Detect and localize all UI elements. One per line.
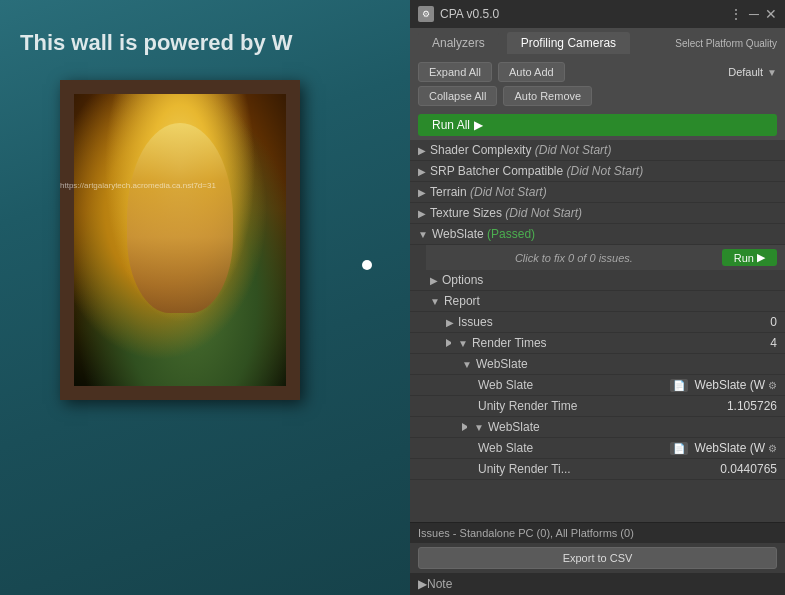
play-icon: ▶ xyxy=(474,118,483,132)
tab-analyzers[interactable]: Analyzers xyxy=(418,32,499,54)
painting-frame xyxy=(60,80,300,400)
item-status: (Passed) xyxy=(484,227,535,241)
tree-item-web-slate-1[interactable]: Web Slate 📄 WebSlate (W ⚙ xyxy=(410,375,785,396)
run-button[interactable]: Run ▶ xyxy=(722,249,777,266)
dot-indicator xyxy=(362,260,372,270)
item-status: (Did Not Start) xyxy=(563,164,643,178)
item-label: Render Times xyxy=(472,336,547,350)
arrow-expand-icon: ▼ xyxy=(418,229,428,240)
note-row: ▶ Note xyxy=(410,573,785,595)
fix-issues-row: Click to fix 0 of 0 issues. Run ▶ xyxy=(426,245,785,270)
tree-item-unity-render-2[interactable]: Unity Render Ti... 0.0440765 xyxy=(410,459,785,480)
tree-item-shader-complexity[interactable]: ▶ Shader Complexity (Did Not Start) xyxy=(410,140,785,161)
unity-render-value-1: 1.105726 xyxy=(727,399,777,413)
dropdown-arrow-icon[interactable]: ▼ xyxy=(767,67,777,78)
scene-background: This wall is powered by W https://artgal… xyxy=(0,0,415,595)
tree-item-issues[interactable]: ▶ Issues 0 xyxy=(410,312,785,333)
tree-item-terrain[interactable]: ▶ Terrain (Did Not Start) xyxy=(410,182,785,203)
unity-render-value-2: 0.0440765 xyxy=(720,462,777,476)
tabs-container: Analyzers Profiling Cameras xyxy=(418,32,630,54)
title-right: ⋮ ─ ✕ xyxy=(729,7,777,21)
play-icon: ▶ xyxy=(757,251,765,264)
arrow-icon: ▶ xyxy=(418,208,426,219)
minimize-icon[interactable]: ─ xyxy=(749,7,759,21)
expand-all-button[interactable]: Expand All xyxy=(418,62,492,82)
tree-item-web-slate-2[interactable]: Web Slate 📄 WebSlate (W ⚙ xyxy=(410,438,785,459)
web-slate-value-1: 📄 WebSlate (W ⚙ xyxy=(670,378,777,392)
tab-profiling-cameras[interactable]: Profiling Cameras xyxy=(507,32,630,54)
toolbar: Expand All Auto Add Default ▼ Collapse A… xyxy=(410,58,785,140)
item-label: Texture Sizes xyxy=(430,206,502,220)
item-label: Unity Render Ti... xyxy=(478,462,571,476)
arrow-icon: ▶ xyxy=(418,145,426,156)
run-all-button[interactable]: Run All ▶ xyxy=(418,114,777,136)
collapse-all-button[interactable]: Collapse All xyxy=(418,86,497,106)
item-label: Options xyxy=(442,273,483,287)
arrow-expand-icon: ▼ xyxy=(430,296,440,307)
tree-item-report[interactable]: ▼ Report xyxy=(410,291,785,312)
item-label: Report xyxy=(444,294,480,308)
item-label: Shader Complexity xyxy=(430,143,531,157)
tree-item-webslate-group1[interactable]: ▼ WebSlate xyxy=(410,354,785,375)
platform-default-label: Default xyxy=(728,66,763,78)
item-label: WebSlate xyxy=(488,420,540,434)
run-all-container: Run All ▶ xyxy=(410,110,785,140)
item-status: (Did Not Start) xyxy=(502,206,582,220)
panel-titlebar: ⚙ CPA v0.5.0 ⋮ ─ ✕ xyxy=(410,0,785,28)
cpa-icon: ⚙ xyxy=(418,6,434,22)
arrow-icon: ▶ xyxy=(418,166,426,177)
item-label: Unity Render Time xyxy=(478,399,577,413)
status-bar: Issues - Standalone PC (0), All Platform… xyxy=(410,522,785,543)
cpa-panel: ⚙ CPA v0.5.0 ⋮ ─ ✕ Analyzers Profiling C… xyxy=(410,0,785,595)
issues-value: 0 xyxy=(770,315,777,329)
painting-artwork xyxy=(74,94,286,386)
close-icon[interactable]: ✕ xyxy=(765,7,777,21)
status-text: Issues - Standalone PC (0), All Platform… xyxy=(418,527,634,539)
export-csv-button[interactable]: Export to CSV xyxy=(418,547,777,569)
export-row: Export to CSV xyxy=(410,543,785,573)
partial-arrow-icon xyxy=(446,339,454,347)
title-left: ⚙ CPA v0.5.0 xyxy=(418,6,499,22)
auto-remove-button[interactable]: Auto Remove xyxy=(503,86,592,106)
panel-title: CPA v0.5.0 xyxy=(440,7,499,21)
tabs-platform-row: Analyzers Profiling Cameras Select Platf… xyxy=(410,28,785,58)
tree-item-webslate[interactable]: ▼ WebSlate (Passed) xyxy=(410,224,785,245)
render-times-value: 4 xyxy=(770,336,777,350)
note-arrow-icon: ▶ xyxy=(418,577,427,591)
tree-item-options[interactable]: ▶ Options xyxy=(410,270,785,291)
tree-content[interactable]: ▶ Shader Complexity (Did Not Start) ▶ SR… xyxy=(410,140,785,522)
settings-icon-2: ⚙ xyxy=(768,443,777,454)
item-label: WebSlate xyxy=(476,357,528,371)
settings-icon: ⚙ xyxy=(768,380,777,391)
web-slate-value-2: 📄 WebSlate (W ⚙ xyxy=(670,441,777,455)
item-label: Web Slate xyxy=(478,441,533,455)
item-label: Terrain xyxy=(430,185,467,199)
note-label: Note xyxy=(427,577,452,591)
painting-caption: https://artgalarytech.acromedia.ca.nst7d… xyxy=(60,181,216,190)
arrow-expand-icon: ▼ xyxy=(462,359,472,370)
tree-item-texture-sizes[interactable]: ▶ Texture Sizes (Did Not Start) xyxy=(410,203,785,224)
item-status: (Did Not Start) xyxy=(467,185,547,199)
arrow-expand-icon: ▼ xyxy=(458,338,468,349)
item-label: SRP Batcher Compatible xyxy=(430,164,563,178)
wall-text: This wall is powered by W xyxy=(20,30,293,56)
platform-select-container: Default ▼ xyxy=(728,66,777,78)
item-label: Issues xyxy=(458,315,493,329)
arrow-expand-icon: ▼ xyxy=(474,422,484,433)
tree-item-render-times[interactable]: ▼ Render Times 4 xyxy=(410,333,785,354)
arrow-icon: ▶ xyxy=(418,187,426,198)
fix-text: Click to fix 0 of 0 issues. xyxy=(434,252,714,264)
menu-icon[interactable]: ⋮ xyxy=(729,7,743,21)
item-label: WebSlate xyxy=(432,227,484,241)
file-icon-2: 📄 xyxy=(670,442,688,455)
tree-item-srp-batcher[interactable]: ▶ SRP Batcher Compatible (Did Not Start) xyxy=(410,161,785,182)
toolbar-row1: Expand All Auto Add Default ▼ xyxy=(410,58,785,86)
partial-arrow-icon2 xyxy=(462,423,470,431)
platform-quality-label: Select Platform Quality xyxy=(675,38,777,49)
item-label: Web Slate xyxy=(478,378,533,392)
auto-add-button[interactable]: Auto Add xyxy=(498,62,565,82)
tree-item-webslate-group2[interactable]: ▼ WebSlate xyxy=(410,417,785,438)
file-icon: 📄 xyxy=(670,379,688,392)
arrow-icon: ▶ xyxy=(430,275,438,286)
tree-item-unity-render-1[interactable]: Unity Render Time 1.105726 xyxy=(410,396,785,417)
